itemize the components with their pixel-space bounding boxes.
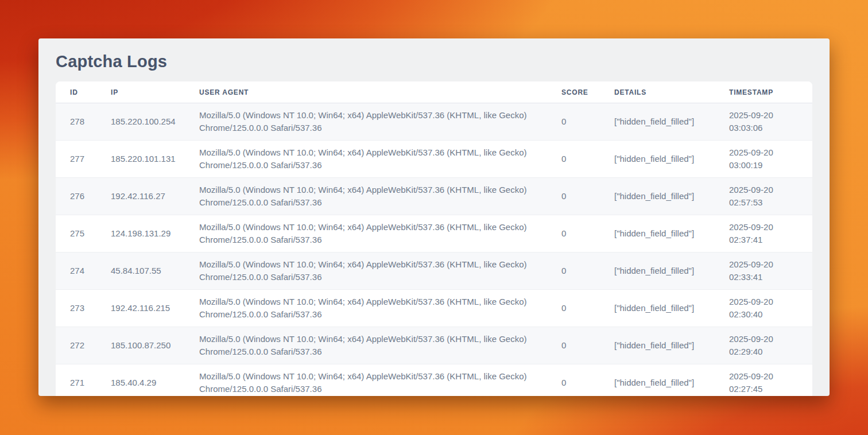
cell-timestamp: 2025-09-20 02:33:41: [729, 253, 812, 290]
cell-details: ["hidden_field_filled"]: [614, 253, 729, 290]
cell-id: 273: [56, 290, 111, 327]
cell-ua: Mozilla/5.0 (Windows NT 10.0; Win64; x64…: [199, 141, 561, 178]
cell-ip: 192.42.116.215: [111, 290, 199, 327]
cell-id: 272: [56, 327, 111, 364]
cell-ip: 45.84.107.55: [111, 253, 199, 290]
cell-id: 278: [56, 103, 111, 141]
table-row: 272185.100.87.250Mozilla/5.0 (Windows NT…: [56, 327, 812, 364]
cell-details: ["hidden_field_filled"]: [614, 141, 729, 178]
cell-ip: 192.42.116.27: [111, 178, 199, 215]
cell-ua: Mozilla/5.0 (Windows NT 10.0; Win64; x64…: [199, 215, 561, 253]
table-row: 275124.198.131.29Mozilla/5.0 (Windows NT…: [56, 215, 812, 253]
cell-details: ["hidden_field_filled"]: [614, 103, 729, 141]
table-row: 27445.84.107.55Mozilla/5.0 (Windows NT 1…: [56, 253, 812, 290]
table-row: 271185.40.4.29Mozilla/5.0 (Windows NT 10…: [56, 364, 812, 397]
column-header-details: DETAILS: [614, 81, 729, 103]
page-title: Captcha Logs: [56, 52, 812, 71]
captcha-logs-card: Captcha Logs IDIPUSER AGENTSCOREDETAILST…: [38, 38, 830, 396]
cell-timestamp: 2025-09-20 03:00:19: [729, 141, 812, 178]
table-row: 276192.42.116.27Mozilla/5.0 (Windows NT …: [56, 178, 812, 215]
cell-timestamp: 2025-09-20 02:29:40: [729, 327, 812, 364]
cell-ip: 185.40.4.29: [111, 364, 199, 397]
cell-details: ["hidden_field_filled"]: [614, 178, 729, 215]
cell-ua: Mozilla/5.0 (Windows NT 10.0; Win64; x64…: [199, 178, 561, 215]
cell-timestamp: 2025-09-20 03:03:06: [729, 103, 812, 141]
cell-score: 0: [561, 327, 614, 364]
cell-ip: 185.100.87.250: [111, 327, 199, 364]
cell-id: 275: [56, 215, 111, 253]
column-header-id: ID: [56, 81, 111, 103]
cell-timestamp: 2025-09-20 02:30:40: [729, 290, 812, 327]
table-row: 277185.220.101.131Mozilla/5.0 (Windows N…: [56, 141, 812, 178]
logs-table-container: IDIPUSER AGENTSCOREDETAILSTIMESTAMP 2781…: [56, 81, 812, 396]
cell-details: ["hidden_field_filled"]: [614, 290, 729, 327]
cell-ua: Mozilla/5.0 (Windows NT 10.0; Win64; x64…: [199, 290, 561, 327]
cell-ua: Mozilla/5.0 (Windows NT 10.0; Win64; x64…: [199, 253, 561, 290]
cell-ua: Mozilla/5.0 (Windows NT 10.0; Win64; x64…: [199, 364, 561, 397]
cell-ua: Mozilla/5.0 (Windows NT 10.0; Win64; x64…: [199, 103, 561, 141]
cell-ip: 185.220.101.131: [111, 141, 199, 178]
table-header-row: IDIPUSER AGENTSCOREDETAILSTIMESTAMP: [56, 81, 812, 103]
cell-id: 276: [56, 178, 111, 215]
cell-score: 0: [561, 364, 614, 397]
column-header-ip: IP: [111, 81, 199, 103]
cell-ip: 185.220.100.254: [111, 103, 199, 141]
cell-timestamp: 2025-09-20 02:27:45: [729, 364, 812, 397]
cell-timestamp: 2025-09-20 02:57:53: [729, 178, 812, 215]
table-header: IDIPUSER AGENTSCOREDETAILSTIMESTAMP: [56, 81, 812, 103]
cell-score: 0: [561, 141, 614, 178]
table-row: 278185.220.100.254Mozilla/5.0 (Windows N…: [56, 103, 812, 141]
column-header-score: SCORE: [561, 81, 614, 103]
cell-ip: 124.198.131.29: [111, 215, 199, 253]
cell-score: 0: [561, 215, 614, 253]
cell-details: ["hidden_field_filled"]: [614, 327, 729, 364]
cell-id: 277: [56, 141, 111, 178]
table-body: 278185.220.100.254Mozilla/5.0 (Windows N…: [56, 103, 812, 397]
logs-table: IDIPUSER AGENTSCOREDETAILSTIMESTAMP 2781…: [56, 81, 812, 396]
cell-details: ["hidden_field_filled"]: [614, 215, 729, 253]
cell-score: 0: [561, 178, 614, 215]
column-header-timestamp: TIMESTAMP: [729, 81, 812, 103]
cell-id: 274: [56, 253, 111, 290]
table-row: 273192.42.116.215Mozilla/5.0 (Windows NT…: [56, 290, 812, 327]
cell-ua: Mozilla/5.0 (Windows NT 10.0; Win64; x64…: [199, 327, 561, 364]
cell-score: 0: [561, 290, 614, 327]
cell-score: 0: [561, 103, 614, 141]
cell-score: 0: [561, 253, 614, 290]
cell-id: 271: [56, 364, 111, 397]
cell-details: ["hidden_field_filled"]: [614, 364, 729, 397]
column-header-ua: USER AGENT: [199, 81, 561, 103]
cell-timestamp: 2025-09-20 02:37:41: [729, 215, 812, 253]
